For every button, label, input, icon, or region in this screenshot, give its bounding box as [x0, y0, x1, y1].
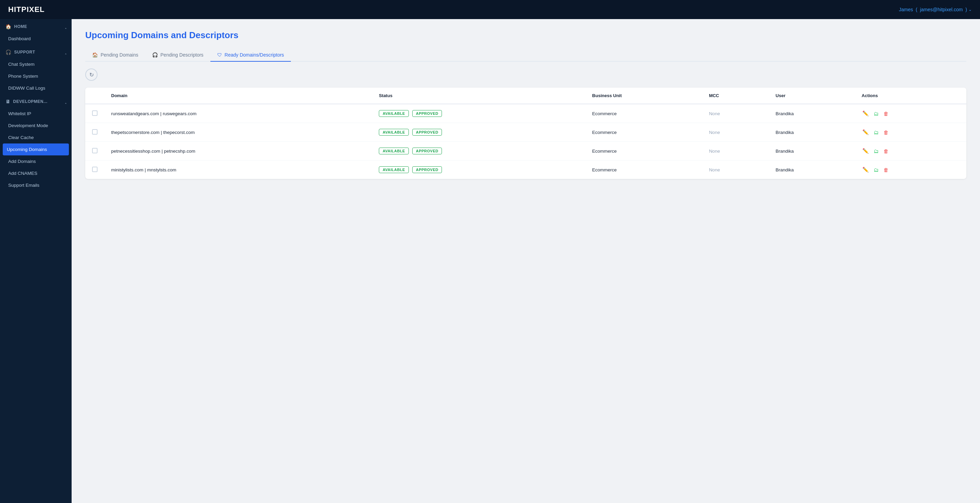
table-header-row: Domain Status Business Unit MCC User Act… — [85, 87, 966, 104]
tab-ready-domains[interactable]: 🛡 Ready Domains/Descriptors — [210, 49, 291, 62]
edit-button[interactable]: ✏️ — [862, 147, 870, 155]
row-actions: ✏️ 🗂 🗑 — [855, 142, 966, 160]
row-user: Brandika — [769, 160, 855, 179]
badge-available: AVAILABLE — [379, 129, 409, 136]
sidebar-item-clear-cache[interactable]: Clear Cache — [0, 132, 72, 143]
badge-approved: APPROVED — [412, 129, 442, 136]
logo: HitPixel — [8, 5, 45, 14]
badge-available: AVAILABLE — [379, 166, 409, 173]
chevron-up-icon-support: ‸ — [65, 51, 67, 54]
sidebar-section-home: 🏠 HOME ‸ Dashboard — [0, 19, 72, 44]
col-business-unit: Business Unit — [585, 87, 702, 104]
col-actions: Actions — [855, 87, 966, 104]
user-separator-close: ) — [964, 7, 967, 12]
row-mcc: None — [702, 142, 768, 160]
sidebar-group-home[interactable]: 🏠 HOME ‸ — [0, 19, 72, 33]
support-icon: 🎧 — [5, 49, 11, 55]
row-user: Brandika — [769, 142, 855, 160]
page-title: Upcoming Domains and Descriptors — [85, 30, 966, 41]
sidebar-item-development-mode[interactable]: Development Mode — [0, 120, 72, 132]
table-row: thepetscornerstore.com | thepecorst.com … — [85, 123, 966, 142]
badge-available: AVAILABLE — [379, 110, 409, 117]
row-domain: ministylists.com | mnstylsts.com — [104, 160, 372, 179]
sidebar-item-upcoming-domains[interactable]: Upcoming Domains — [3, 143, 69, 156]
row-mcc: None — [702, 160, 768, 179]
badge-approved: APPROVED — [412, 148, 442, 154]
tab-pending-domains[interactable]: 🏠 Pending Domains — [85, 49, 145, 62]
sidebar-group-support-label: SUPPORT — [14, 50, 35, 54]
refresh-icon: ↻ — [89, 71, 94, 78]
delete-button[interactable]: 🗑 — [883, 110, 889, 117]
row-checkbox[interactable] — [92, 148, 97, 153]
domains-table-card: Domain Status Business Unit MCC User Act… — [85, 87, 966, 179]
row-domain: runsweatandgears.com | ruswegears.com — [104, 104, 372, 123]
sidebar-item-add-cnames[interactable]: Add CNAMES — [0, 167, 72, 179]
development-icon: 🖥 — [5, 99, 11, 104]
edit-button[interactable]: ✏️ — [862, 129, 870, 136]
row-actions: ✏️ 🗂 🗑 — [855, 123, 966, 142]
row-mcc: None — [702, 104, 768, 123]
home-tab-icon: 🏠 — [92, 52, 98, 57]
row-checkbox[interactable] — [92, 129, 97, 135]
top-navigation: HitPixel James ( james@hitpixel.com ) ⌄ — [0, 0, 980, 19]
sidebar-group-development[interactable]: 🖥 DEVELOPMEN... ‸ — [0, 94, 72, 108]
sidebar-group-development-label: DEVELOPMEN... — [13, 99, 48, 104]
home-icon: 🏠 — [5, 24, 11, 29]
row-business-unit: Ecommerce — [585, 160, 702, 179]
sidebar-item-phone-system[interactable]: Phone System — [0, 70, 72, 82]
headset-tab-icon: 🎧 — [152, 52, 158, 57]
row-actions: ✏️ 🗂 🗑 — [855, 160, 966, 179]
edit-button[interactable]: ✏️ — [862, 166, 870, 173]
sidebar-item-add-domains[interactable]: Add Domains — [0, 156, 72, 167]
row-checkbox[interactable] — [92, 167, 97, 172]
logo-part2: Pixel — [21, 5, 45, 14]
delete-button[interactable]: 🗑 — [883, 148, 889, 155]
row-business-unit: Ecommerce — [585, 123, 702, 142]
row-checkbox-cell — [85, 104, 104, 123]
row-actions: ✏️ 🗂 🗑 — [855, 104, 966, 123]
col-user: User — [769, 87, 855, 104]
tab-pending-descriptors[interactable]: 🎧 Pending Descriptors — [145, 49, 210, 62]
sidebar-item-dashboard[interactable]: Dashboard — [0, 33, 72, 44]
main-content: Upcoming Domains and Descriptors 🏠 Pendi… — [72, 19, 980, 503]
archive-button[interactable]: 🗂 — [873, 166, 880, 173]
row-mcc: None — [702, 123, 768, 142]
sidebar-group-support[interactable]: 🎧 SUPPORT ‸ — [0, 44, 72, 58]
tab-bar: 🏠 Pending Domains 🎧 Pending Descriptors … — [85, 49, 966, 62]
sidebar-group-home-label: HOME — [14, 24, 27, 29]
user-name: James — [899, 7, 913, 12]
sidebar-item-didww[interactable]: DIDWW Call Logs — [0, 82, 72, 94]
row-domain: thepetscornerstore.com | thepecorst.com — [104, 123, 372, 142]
row-checkbox-cell — [85, 160, 104, 179]
domains-table: Domain Status Business Unit MCC User Act… — [85, 87, 966, 179]
badge-approved: APPROVED — [412, 166, 442, 173]
delete-button[interactable]: 🗑 — [883, 129, 889, 136]
row-user: Brandika — [769, 104, 855, 123]
archive-button[interactable]: 🗂 — [873, 110, 880, 117]
sidebar-item-support-emails[interactable]: Support Emails — [0, 179, 72, 191]
sidebar-section-support: 🎧 SUPPORT ‸ Chat System Phone System DID… — [0, 44, 72, 94]
table-row: ministylists.com | mnstylsts.com AVAILAB… — [85, 160, 966, 179]
chevron-up-icon: ‸ — [65, 25, 67, 29]
sidebar-section-development: 🖥 DEVELOPMEN... ‸ Whitelist IP Developme… — [0, 94, 72, 191]
row-checkbox[interactable] — [92, 110, 97, 116]
shield-tab-icon: 🛡 — [217, 52, 222, 57]
edit-button[interactable]: ✏️ — [862, 110, 870, 117]
delete-button[interactable]: 🗑 — [883, 166, 889, 173]
row-checkbox-cell — [85, 123, 104, 142]
sidebar-item-chat-system[interactable]: Chat System — [0, 58, 72, 70]
user-separator: ( — [915, 7, 919, 12]
sidebar: 🏠 HOME ‸ Dashboard 🎧 SUPPORT ‸ Chat Syst… — [0, 19, 72, 503]
user-menu[interactable]: James ( james@hitpixel.com ) ⌄ — [899, 7, 972, 12]
archive-button[interactable]: 🗂 — [873, 148, 880, 155]
row-checkbox-cell — [85, 142, 104, 160]
badge-available: AVAILABLE — [379, 148, 409, 154]
refresh-button[interactable]: ↻ — [85, 68, 97, 81]
archive-button[interactable]: 🗂 — [873, 129, 880, 136]
col-mcc: MCC — [702, 87, 768, 104]
sidebar-item-whitelist-ip[interactable]: Whitelist IP — [0, 108, 72, 120]
col-status: Status — [372, 87, 585, 104]
chevron-up-icon-dev: ‸ — [65, 100, 67, 103]
col-checkbox — [85, 87, 104, 104]
row-domain: petnecessitiesshop.com | petnecshp.com — [104, 142, 372, 160]
